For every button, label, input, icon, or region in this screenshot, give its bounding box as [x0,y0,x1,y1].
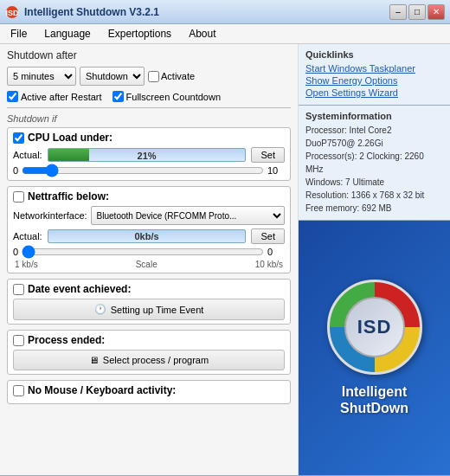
main-layout: Shutdown after 5 minutes 10 minutes 15 m… [0,44,450,475]
net-progress-bar: 0kb/s [48,229,247,243]
sysinfo-section: Systeminformation Processor: Intel Core2… [299,106,450,221]
options-checkboxes: Active after Restart Fullscreen Countdow… [7,91,291,102]
cpu-load-checkbox-label[interactable]: CPU Load under: [13,132,112,144]
sysinfo-line-0: Processor: Intel Core2 DuoP7570@ 2.26Gi [305,124,443,150]
select-process-label: Select process / program [103,355,209,365]
sysinfo-lines: Processor: Intel Core2 DuoP7570@ 2.26Gi … [305,124,443,215]
net-slider-min: 0 [13,247,18,257]
right-panel: Quicklinks Start Windows Taskplaner Show… [299,44,450,475]
time-event-icon: 🕐 [94,304,106,315]
isd-inner: ISD [344,297,405,357]
minimize-button[interactable]: – [389,4,407,20]
nettraffic-checkbox-label[interactable]: Nettraffic below: [13,190,109,203]
menu-about[interactable]: About [182,26,222,42]
process-ended-checkbox[interactable] [13,335,24,346]
cpu-progress-text: 21% [48,149,246,162]
process-ended-section: Process ended: 🖥 Select process / progra… [7,330,291,375]
left-panel: Shutdown after 5 minutes 10 minutes 15 m… [0,44,299,475]
maximize-button[interactable]: □ [408,4,426,20]
network-interface-select[interactable]: Bluetooth Device (RFCOMM Proto... [91,206,285,225]
select-process-button[interactable]: 🖥 Select process / program [13,350,285,370]
activate-checkbox[interactable] [148,71,159,82]
fullscreen-countdown-checkbox[interactable] [112,91,124,102]
title-text: Intelligent Shutdown V3.2.1 [24,6,159,18]
sysinfo-line-2: Windows: 7 Ultimate [305,176,443,189]
no-mouse-section: No Mouse / Keyboard activity: [7,380,291,404]
cpu-load-label: CPU Load under: [28,132,112,144]
scale-max: 10 kb/s [255,260,283,269]
net-progress-text: 0kb/s [134,231,158,241]
time-select[interactable]: 5 minutes 10 minutes 15 minutes 30 minut… [7,67,76,86]
cpu-progress-row: Actual: 21% Set [13,147,285,163]
cpu-slider-row: 0 10 [13,164,285,177]
cpu-slider[interactable] [22,164,264,177]
active-after-restart-text: Active after Restart [21,92,102,102]
nettraffic-checkbox[interactable] [13,191,24,203]
no-mouse-checkbox-label[interactable]: No Mouse / Keyboard activity: [13,384,176,396]
nettraffic-section: Nettraffic below: Networkinterface: Blue… [7,186,291,273]
sysinfo-line-1: Processor(s): 2 Clocking: 2260 MHz [305,150,443,176]
net-slider[interactable] [22,246,264,258]
cpu-load-section: CPU Load under: Actual: 21% Set 0 10 [7,127,291,181]
isd-circle: ISD [327,280,422,375]
no-mouse-label: No Mouse / Keyboard activity: [28,384,176,396]
net-slider-value: 0 [267,247,285,257]
fullscreen-countdown-text: Fullscreen Countdown [126,92,221,102]
process-ended-label: Process ended: [28,334,105,346]
cpu-progress-bar: 21% [48,148,247,162]
brand-text: Intelligent ShutDown [340,383,408,416]
date-event-section: Date event achieved: 🕐 Setting up Time E… [7,279,291,325]
action-select[interactable]: Shutdown Restart Logoff Hibernate Standb… [80,67,145,86]
quicklinks-title: Quicklinks [305,49,443,60]
sysinfo-line-3: Resolution: 1366 x 768 x 32 bit [305,189,443,202]
activate-checkbox-label[interactable]: Activate [148,71,195,82]
menu-bar: File Language Expertoptions About [0,24,450,44]
menu-expertoptions[interactable]: Expertoptions [101,26,178,42]
nettraffic-label: Nettraffic below: [28,190,109,203]
quicklink-taskplaner[interactable]: Start Windows Taskplaner [305,63,443,74]
brand-line-1: Intelligent [340,383,408,400]
date-event-label: Date event achieved: [28,283,131,295]
quicklink-wizard[interactable]: Open Settings Wizard [305,87,443,98]
cpu-slider-value: 10 [267,165,285,176]
process-ended-checkbox-label[interactable]: Process ended: [13,334,105,346]
shutdown-if-label: Shutdown if [7,113,291,124]
activate-label: Activate [161,71,195,81]
active-after-restart-checkbox[interactable] [7,91,18,102]
scale-label: Scale [136,260,158,269]
shutdown-after-label: Shutdown after [7,49,77,61]
net-actual-label: Actual: [13,231,42,241]
isd-logo-text: ISD [357,316,392,338]
quicklinks-section: Quicklinks Start Windows Taskplaner Show… [299,44,450,106]
net-set-button[interactable]: Set [251,228,285,244]
sysinfo-line-4: Free memory: 692 MB [305,202,443,215]
scale-min: 1 kb/s [15,260,38,269]
close-button[interactable]: ✕ [428,4,445,20]
date-event-checkbox-label[interactable]: Date event achieved: [13,283,131,295]
time-event-label: Setting up Time Event [111,305,204,315]
divider-1 [7,107,291,108]
fullscreen-countdown-label[interactable]: Fullscreen Countdown [112,91,221,102]
menu-language[interactable]: Language [37,26,97,42]
svg-text:ISD: ISD [5,9,19,17]
cpu-load-checkbox[interactable] [13,132,24,144]
net-progress-row: Actual: 0kb/s Set [13,228,285,244]
no-mouse-checkbox[interactable] [13,385,24,396]
quicklink-energy[interactable]: Show Energy Options [305,75,443,86]
logo-area: ISD Intelligent ShutDown [299,221,450,475]
brand-line-2: ShutDown [340,400,408,416]
network-interface-label: Networkinterface: [13,210,87,221]
app-icon: ISD [5,5,19,19]
cpu-slider-min: 0 [13,165,18,176]
shutdown-after-row: Shutdown after [7,49,291,61]
title-controls: – □ ✕ [389,4,445,20]
select-process-icon: 🖥 [89,355,99,365]
time-event-button[interactable]: 🕐 Setting up Time Event [13,299,285,320]
active-after-restart-label[interactable]: Active after Restart [7,91,102,102]
cpu-actual-label: Actual: [13,150,42,160]
cpu-set-button[interactable]: Set [251,147,285,163]
date-event-checkbox[interactable] [13,284,24,295]
menu-file[interactable]: File [3,26,34,42]
network-interface-row: Networkinterface: Bluetooth Device (RFCO… [13,206,285,225]
net-slider-row: 0 0 [13,246,285,258]
